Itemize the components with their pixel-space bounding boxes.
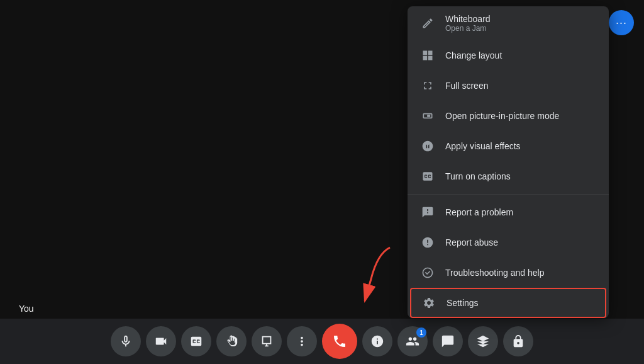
menu-item-captions[interactable]: Turn on captions [408,161,609,191]
captions-button[interactable] [181,326,211,356]
info-icon [370,334,384,348]
raise-hand-icon [225,334,238,348]
whiteboard-text: Whiteboard Open a Jam [445,14,491,33]
settings-text: Settings [447,298,479,308]
people-icon [406,334,419,348]
camera-button[interactable] [146,326,176,356]
menu-item-report-problem[interactable]: Report a problem [408,197,609,227]
info-button[interactable] [362,326,392,356]
report-icon [420,205,435,220]
chat-icon [441,334,455,348]
visual-effects-text: Apply visual effects [445,141,521,151]
participant-label: You [19,304,34,314]
people-button[interactable]: 1 [397,326,428,356]
present-icon [260,334,274,348]
raise-hand-button[interactable] [216,326,247,356]
fullscreen-text: Full screen [445,81,488,91]
menu-item-visual-effects[interactable]: Apply visual effects [408,131,609,161]
pip-text: Open picture-in-picture mode [445,111,559,121]
activities-button[interactable] [468,326,498,356]
change-layout-text: Change layout [445,50,502,60]
report-abuse-text: Report abuse [445,237,498,247]
end-call-icon [332,334,347,349]
pip-icon [420,108,435,123]
top-more-button[interactable]: ··· [609,10,634,35]
abuse-icon [420,235,435,250]
menu-item-fullscreen[interactable]: Full screen [408,71,609,101]
menu-item-pip[interactable]: Open picture-in-picture mode [408,101,609,131]
report-problem-text: Report a problem [445,207,513,217]
menu-item-settings[interactable]: Settings [410,288,606,318]
fullscreen-icon [420,78,435,93]
mic-button[interactable] [111,326,141,356]
present-button[interactable] [252,326,282,356]
safety-button[interactable] [503,326,533,356]
whiteboard-icon [420,16,435,31]
camera-icon [154,334,168,348]
more-options-button[interactable] [287,326,317,356]
bottom-toolbar: 1 [0,319,644,364]
mic-icon [119,334,133,348]
menu-item-whiteboard[interactable]: Whiteboard Open a Jam [408,6,609,40]
layout-icon [420,48,435,63]
captions-toolbar-icon [189,334,203,348]
end-call-button[interactable] [322,324,357,359]
activities-icon [476,334,490,348]
chat-button[interactable] [433,326,463,356]
menu-divider-1 [408,194,609,195]
troubleshoot-icon [420,265,435,280]
troubleshoot-text: Troubleshooting and help [445,268,545,278]
captions-text: Turn on captions [445,171,511,181]
effects-icon [420,139,435,154]
menu-item-change-layout[interactable]: Change layout [408,40,609,71]
menu-item-troubleshoot[interactable]: Troubleshooting and help [408,258,609,288]
lock-icon [511,334,525,348]
more-dots-icon [295,334,309,348]
menu-item-report-abuse[interactable]: Report abuse [408,227,609,258]
settings-icon [421,295,436,310]
people-badge: 1 [416,327,426,338]
captions-icon [420,169,435,184]
dropdown-menu: Whiteboard Open a Jam Change layout Full… [408,6,609,318]
